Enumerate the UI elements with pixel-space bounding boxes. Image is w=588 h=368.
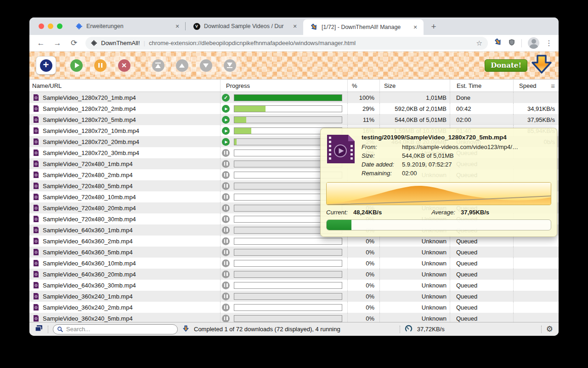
download-row[interactable]: SampleVideo_640x360_10mb.mp4 0% Unknown … [29,258,559,269]
file-name: SampleVideo_640x360_30mb.mp4 [43,282,136,289]
status-bar: Completed 1 of 72 downloads (72 displaye… [29,322,559,336]
size-value: Unknown [380,291,450,302]
speed-value [514,313,559,322]
pause-button[interactable] [90,56,110,75]
status-icon [222,127,230,135]
close-tab-icon[interactable]: ✕ [291,23,299,30]
size-value: 592,0KB of 2,01MB [380,103,450,114]
donate-button[interactable]: Donate! [485,59,527,72]
video-file-icon [33,182,39,190]
cancel-button[interactable]: ✕ [114,56,134,75]
column-header-name[interactable]: Name/URL [29,80,220,92]
speed-graph [326,182,551,205]
status-icon [222,270,230,278]
tooltip-field: From: https://sample-videos.com/video123… [362,143,551,151]
progress-bar [234,116,342,123]
down-icon [200,59,212,72]
cancel-x-icon: ✕ [118,59,130,72]
tab-extensions[interactable]: Erweiterungen ✕ [68,17,186,35]
download-row[interactable]: SampleVideo_640x360_2mb.mp4 0% Unknown Q… [29,236,559,247]
est-time-value: 02:00 [450,114,514,125]
dta-extension-icon[interactable] [494,38,502,48]
video-file-icon [33,237,39,245]
video-file-icon [33,160,39,167]
video-file-icon [33,215,39,223]
move-to-top-button[interactable] [148,56,168,75]
move-down-button[interactable] [196,56,216,75]
column-header-progress[interactable]: Progress [220,80,348,92]
v-icon: V [193,23,200,30]
bookmark-star-icon[interactable]: ☆ [476,39,482,47]
status-icon [222,94,230,102]
tab-sample-videos[interactable]: V Download Sample Videos / Dur ✕ [186,17,303,35]
resume-button[interactable] [66,56,86,75]
new-tab-button[interactable]: + [427,20,440,33]
settings-gear-icon[interactable]: ⚙ [546,325,553,333]
progress-bar [234,94,342,101]
close-window-button[interactable] [39,23,44,29]
status-icon [222,226,230,234]
close-tab-icon[interactable]: ✕ [174,23,181,30]
progress-bar [234,304,342,311]
percent-value: 0% [348,236,380,247]
percent-value: 0% [348,269,380,280]
browser-menu-icon[interactable]: ⋮ [545,39,552,47]
est-time-value: Queued [450,258,514,269]
move-up-button[interactable] [172,56,192,75]
pause-icon [94,59,107,72]
video-file-icon [33,149,39,156]
windows-icon[interactable] [35,325,43,334]
download-row[interactable]: SampleVideo_640x360_5mb.mp4 0% Unknown Q… [29,247,559,258]
minimize-window-button[interactable] [48,23,53,29]
tooltip-title: testing/201909/SampleVideo_1280x720_5mb.… [362,134,551,141]
download-row[interactable]: SampleVideo_360x240_2mb.mp4 0% Unknown Q… [29,302,559,313]
download-row[interactable]: SampleVideo_360x240_1mb.mp4 0% Unknown Q… [29,291,559,302]
file-name: SampleVideo_360x240_1mb.mp4 [43,293,133,300]
shield-extension-icon[interactable] [508,39,515,48]
search-input[interactable] [53,324,178,334]
close-tab-icon[interactable]: ✕ [412,23,419,31]
download-row[interactable]: SampleVideo_1280x720_2mb.mp4 29% 592,0KB… [29,103,559,114]
back-button[interactable]: ← [36,39,46,48]
download-row[interactable]: SampleVideo_360x240_5mb.mp4 0% Unknown Q… [29,313,559,322]
file-name: SampleVideo_360x240_5mb.mp4 [43,315,133,322]
browser-window: Erweiterungen ✕ V Download Sample Videos… [29,17,559,336]
browser-toolbar: ← → ⟳ DownThemAll! | chrome-extension://… [29,35,559,52]
download-row[interactable]: SampleVideo_1280x720_5mb.mp4 11% 544,0KB… [29,114,559,125]
size-value: Unknown [380,280,450,291]
percent-value: 100% [348,92,380,103]
download-row[interactable]: SampleVideo_640x360_30mb.mp4 0% Unknown … [29,280,559,291]
column-header-percent[interactable]: % [348,80,380,92]
speed-value [514,258,559,269]
reload-button[interactable]: ⟳ [69,38,79,48]
profile-avatar[interactable] [528,37,539,49]
column-header-size[interactable]: Size [380,80,450,92]
percent-value: 0% [348,247,380,258]
tab-title: Download Sample Videos / Dur [204,23,291,29]
move-to-bottom-button[interactable] [220,56,240,75]
column-header-est-time[interactable]: Est. Time [450,80,514,92]
zoom-window-button[interactable] [57,23,62,29]
tab-downthemall-manager[interactable]: [1/72] - DownThemAll! Manage ✕ [303,19,424,35]
file-name: SampleVideo_1280x720_1mb.mp4 [43,94,136,101]
status-icon [222,315,230,322]
average-speed-value: 37,95KB/s [461,209,489,216]
forward-button[interactable]: → [52,39,62,48]
download-row[interactable]: SampleVideo_1280x720_1mb.mp4 100% 1,01MB… [29,92,559,103]
address-bar[interactable]: DownThemAll! | chrome-extension://dlebeo… [85,37,488,50]
extension-puzzle-icon [91,40,97,46]
columns-menu-icon[interactable]: ≡ [551,82,555,90]
column-header-speed[interactable]: Speed ≡ [514,80,559,92]
video-file-icon [33,270,39,278]
download-row[interactable]: SampleVideo_640x360_20mb.mp4 0% Unknown … [29,269,559,280]
status-icon [222,259,230,267]
file-name: SampleVideo_640x360_10mb.mp4 [43,260,136,267]
file-name: SampleVideo_720x480_1mb.mp4 [43,161,133,167]
speed-value [514,291,559,302]
video-file-icon [33,127,39,134]
file-name: SampleVideo_720x480_2mb.mp4 [43,172,133,178]
status-icon [222,204,230,212]
add-download-button[interactable]: + [36,56,56,75]
puzzle-icon [75,23,83,30]
current-speed-value: 48,24KB/s [353,209,382,216]
